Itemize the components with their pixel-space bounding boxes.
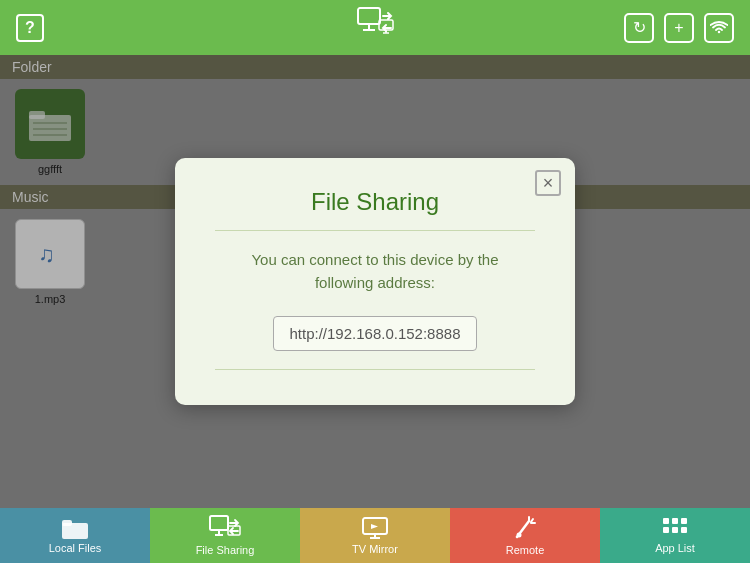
svg-rect-13 [62, 520, 72, 526]
nav-local-files[interactable]: Local Files [0, 508, 150, 563]
file-sharing-modal: × File Sharing You can connect to this d… [175, 158, 575, 405]
wifi-button[interactable] [704, 13, 734, 43]
svg-rect-27 [672, 518, 678, 524]
svg-rect-29 [663, 527, 669, 533]
help-button[interactable]: ? [16, 14, 44, 42]
modal-overlay: × File Sharing You can connect to this d… [0, 55, 750, 508]
file-sharing-label: File Sharing [196, 544, 255, 556]
remote-label: Remote [506, 544, 545, 556]
modal-divider-top [215, 230, 535, 231]
local-files-label: Local Files [49, 542, 102, 554]
refresh-button[interactable]: ↻ [624, 13, 654, 43]
bottom-nav: Local Files File Sharing TV Mirror [0, 508, 750, 563]
nav-remote[interactable]: Remote [450, 508, 600, 563]
modal-close-button[interactable]: × [535, 170, 561, 196]
svg-rect-26 [663, 518, 669, 524]
add-button[interactable]: + [664, 13, 694, 43]
app-list-label: App List [655, 542, 695, 554]
modal-description: You can connect to this device by thefol… [215, 249, 535, 294]
center-icon [353, 6, 397, 50]
svg-rect-28 [681, 518, 687, 524]
modal-url[interactable]: http://192.168.0.152:8888 [273, 316, 478, 351]
nav-file-sharing[interactable]: File Sharing [150, 508, 300, 563]
top-bar-actions: ↻ + [624, 13, 734, 43]
svg-rect-0 [358, 8, 380, 24]
svg-rect-31 [681, 527, 687, 533]
svg-line-23 [531, 519, 533, 522]
top-bar: ? ↻ + [0, 0, 750, 55]
main-area: Folder ggffft Music [0, 55, 750, 508]
nav-app-list[interactable]: App List [600, 508, 750, 563]
nav-tv-mirror[interactable]: TV Mirror [300, 508, 450, 563]
svg-point-25 [517, 533, 522, 538]
svg-rect-30 [672, 527, 678, 533]
modal-title: File Sharing [215, 188, 535, 216]
tv-mirror-label: TV Mirror [352, 543, 398, 555]
modal-divider-bottom [215, 369, 535, 370]
svg-rect-14 [210, 516, 228, 530]
